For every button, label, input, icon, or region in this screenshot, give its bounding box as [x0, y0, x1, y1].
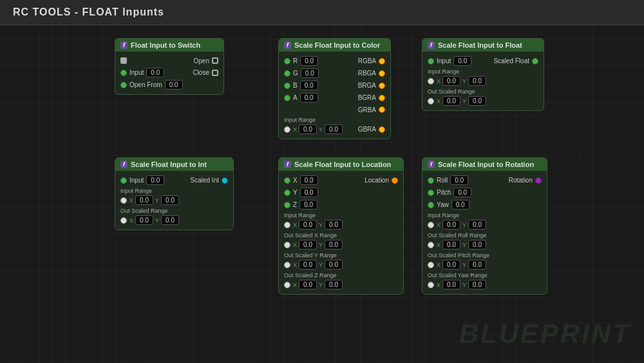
func-icon-rotation: f: [428, 161, 435, 168]
float-input-value[interactable]: 0.0: [453, 56, 471, 66]
pin-rbga: [379, 70, 385, 77]
rotation-label: Rotation: [509, 177, 533, 184]
node-float-input-to-switch[interactable]: f Float Input to Switch Open Input 0.0 C…: [115, 38, 224, 95]
x-out-scaled-int[interactable]: 0.0: [135, 215, 153, 225]
xy-out-roll: X 0.0 Y 0.0: [437, 240, 486, 250]
y-input-range-color[interactable]: 0.0: [325, 124, 343, 134]
x-input-range-color[interactable]: 0.0: [299, 124, 317, 134]
b-value[interactable]: 0.0: [300, 81, 318, 90]
y-label-out-y-loc: Y: [319, 262, 323, 268]
xy-input-range-int: X 0.0 Y 0.0: [129, 195, 179, 205]
out-scaled-range-xy-float: X 0.0 Y 0.0: [422, 95, 544, 107]
a-value[interactable]: 0.0: [300, 93, 318, 103]
node-scale-float-to-color[interactable]: f Scale Float Input to Color R 0.0 RGBA …: [278, 38, 391, 139]
rbga-label: RBGA: [358, 70, 376, 77]
g-value[interactable]: 0.0: [301, 68, 319, 78]
pin-yaw: [428, 202, 434, 208]
x-out-pitch[interactable]: 0.0: [442, 260, 460, 270]
z-loc-value[interactable]: 0.0: [299, 200, 317, 210]
pin-out-z-loc: [284, 282, 290, 288]
pin-location: [392, 177, 398, 184]
y-input-range-int[interactable]: 0.0: [161, 195, 179, 205]
y-out-scaled-float[interactable]: 0.0: [468, 96, 486, 106]
y-input-range-loc[interactable]: 0.0: [325, 220, 343, 230]
pin-y-loc: [284, 190, 290, 196]
pin-open-from: [120, 82, 127, 88]
y-out-scaled-int[interactable]: 0.0: [161, 215, 179, 225]
out-scaled-x-xy: X 0.0 Y 0.0: [279, 239, 403, 251]
x-out-y-loc[interactable]: 0.0: [299, 260, 317, 270]
x-out-scaled-float[interactable]: 0.0: [442, 96, 460, 106]
open-from-label: Open From: [129, 81, 162, 88]
node-header-rotation: f Scale Float Input to Rotation: [422, 158, 547, 171]
yaw-value[interactable]: 0.0: [451, 200, 469, 210]
float-input-label: Input: [437, 57, 451, 64]
pin-out-y-loc: [284, 262, 290, 268]
int-input-value[interactable]: 0.0: [146, 175, 164, 185]
g-label: G: [293, 70, 298, 77]
pin-input-range-rot: [428, 222, 434, 228]
y-out-roll[interactable]: 0.0: [468, 240, 486, 250]
node-title-location: Scale Float Input to Location: [294, 161, 391, 168]
pitch-value[interactable]: 0.0: [453, 188, 471, 197]
open-from-value[interactable]: 0.0: [165, 80, 183, 90]
input-range-label-int: Input Range: [115, 186, 233, 194]
x-label-float: X: [437, 78, 440, 84]
func-icon: f: [120, 41, 128, 49]
x-out-roll[interactable]: 0.0: [442, 240, 460, 250]
x-input-range-loc[interactable]: 0.0: [299, 220, 317, 230]
x-label-out-z-loc: X: [293, 282, 297, 288]
input-range-xy-float: X 0.0 Y 0.0: [422, 75, 544, 87]
x-label-yaw: X: [437, 282, 440, 288]
node-title-int: Scale Float Input to Int: [131, 161, 207, 168]
x-out-yaw[interactable]: 0.0: [442, 280, 460, 289]
y-label-out-int: Y: [155, 217, 159, 224]
input-value[interactable]: 0.0: [146, 68, 164, 77]
x-input-range-rot[interactable]: 0.0: [442, 220, 460, 230]
pitch-label: Pitch: [437, 189, 451, 196]
x-input-range-int[interactable]: 0.0: [135, 195, 153, 205]
pin-out-yaw: [428, 282, 434, 288]
y-input-range-float[interactable]: 0.0: [468, 76, 486, 86]
node-scale-float-to-location[interactable]: f Scale Float Input to Location X 0.0 Lo…: [278, 157, 404, 295]
y-out-yaw[interactable]: 0.0: [468, 280, 486, 289]
roll-value[interactable]: 0.0: [450, 175, 468, 185]
pin-input-range-float: [428, 78, 434, 84]
exec-row-play: Open: [115, 55, 223, 66]
node-scale-float-to-int[interactable]: f Scale Float Input to Int Input 0.0 Sca…: [115, 157, 234, 230]
y-input-range-rot[interactable]: 0.0: [468, 220, 486, 230]
x-out-x-loc[interactable]: 0.0: [299, 240, 317, 250]
x-loc-value[interactable]: 0.0: [300, 175, 318, 185]
y-label-out-float: Y: [462, 98, 466, 104]
input-range-xy-rot: X 0.0 Y 0.0: [422, 219, 547, 231]
y-out-y-loc[interactable]: 0.0: [325, 260, 343, 270]
node-body-float: Input 0.0 Scaled Float Input Range X 0.0…: [422, 52, 544, 110]
y-label-out-z-loc: Y: [319, 282, 323, 288]
blueprint-watermark: BLUEPRINT: [459, 319, 631, 349]
x-out-z-loc[interactable]: 0.0: [299, 280, 317, 289]
y-loc-row: Y 0.0: [279, 186, 403, 199]
pin-out-scaled-float: [428, 98, 434, 104]
xy-input-range-float: X 0.0 Y 0.0: [437, 76, 486, 86]
roll-label: Roll: [437, 177, 448, 184]
y-label-pitch: Y: [462, 262, 466, 268]
pin-x-loc: [284, 177, 290, 184]
node-scale-float-to-float[interactable]: f Scale Float Input to Float Input 0.0 S…: [422, 38, 544, 111]
x-label-out-int: X: [129, 217, 133, 224]
pin-input-range-color: [284, 126, 290, 133]
out-scaled-y-range-label: Out Scaled Y Range: [279, 251, 403, 259]
scaled-float-label: Scaled Float: [493, 57, 529, 64]
r-value[interactable]: 0.0: [300, 56, 318, 66]
y-loc-value[interactable]: 0.0: [300, 188, 318, 197]
x-label-loc: X: [293, 222, 297, 228]
y-out-pitch[interactable]: 0.0: [468, 260, 486, 270]
x-loc-label: X: [293, 177, 298, 184]
int-input-label: Input: [129, 177, 144, 184]
location-label: Location: [365, 177, 389, 184]
y-out-x-loc[interactable]: 0.0: [325, 240, 343, 250]
out-scaled-x-range-label: Out Scaled X Range: [279, 231, 403, 239]
x-input-range-float[interactable]: 0.0: [442, 76, 460, 86]
node-scale-float-to-rotation[interactable]: f Scale Float Input to Rotation Roll 0.0…: [422, 157, 547, 295]
y-out-z-loc[interactable]: 0.0: [325, 280, 343, 289]
out-scaled-pitch-xy: X 0.0 Y 0.0: [422, 259, 547, 271]
